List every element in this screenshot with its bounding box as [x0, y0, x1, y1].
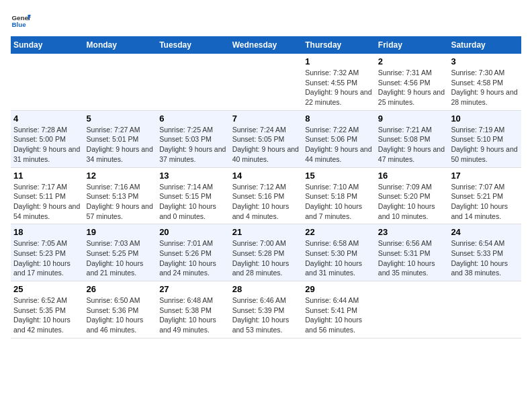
day-info: Sunrise: 7:32 AM Sunset: 4:55 PM Dayligh…: [305, 68, 373, 107]
header-day-wednesday: Wednesday: [230, 36, 303, 54]
day-info: Sunrise: 7:21 AM Sunset: 5:08 PM Dayligh…: [378, 125, 446, 165]
day-info: Sunrise: 6:54 AM Sunset: 5:33 PM Dayligh…: [451, 238, 519, 278]
day-number: 9: [378, 113, 446, 124]
header-row: SundayMondayTuesdayWednesdayThursdayFrid…: [11, 36, 521, 54]
calendar-cell: 16Sunrise: 7:09 AM Sunset: 5:20 PM Dayli…: [375, 167, 449, 224]
calendar-cell: 11Sunrise: 7:17 AM Sunset: 5:11 PM Dayli…: [11, 167, 84, 224]
day-number: 16: [378, 171, 446, 181]
calendar-cell: [157, 54, 230, 110]
calendar-cell: 18Sunrise: 7:05 AM Sunset: 5:23 PM Dayli…: [11, 224, 84, 281]
day-number: 14: [232, 171, 300, 181]
calendar-cell: 20Sunrise: 7:01 AM Sunset: 5:26 PM Dayli…: [157, 224, 230, 281]
day-info: Sunrise: 6:52 AM Sunset: 5:35 PM Dayligh…: [13, 295, 81, 335]
calendar-week-4: 18Sunrise: 7:05 AM Sunset: 5:23 PM Dayli…: [11, 224, 521, 281]
calendar-week-1: 1Sunrise: 7:32 AM Sunset: 4:55 PM Daylig…: [11, 54, 521, 110]
calendar-cell: 6Sunrise: 7:25 AM Sunset: 5:03 PM Daylig…: [157, 110, 230, 167]
day-number: 5: [87, 113, 154, 124]
calendar-cell: 10Sunrise: 7:19 AM Sunset: 5:10 PM Dayli…: [448, 110, 521, 167]
day-number: 23: [378, 227, 446, 237]
calendar-cell: 7Sunrise: 7:24 AM Sunset: 5:05 PM Daylig…: [230, 110, 303, 167]
calendar-cell: 28Sunrise: 6:46 AM Sunset: 5:39 PM Dayli…: [230, 281, 303, 338]
day-info: Sunrise: 6:58 AM Sunset: 5:30 PM Dayligh…: [305, 238, 373, 278]
day-number: 13: [159, 171, 227, 181]
day-info: Sunrise: 7:01 AM Sunset: 5:26 PM Dayligh…: [159, 238, 227, 278]
day-info: Sunrise: 7:22 AM Sunset: 5:06 PM Dayligh…: [305, 125, 373, 165]
calendar-cell: 26Sunrise: 6:50 AM Sunset: 5:36 PM Dayli…: [84, 281, 157, 338]
day-info: Sunrise: 7:25 AM Sunset: 5:03 PM Dayligh…: [159, 125, 227, 165]
day-number: 11: [13, 171, 81, 181]
page-header: General Blue: [11, 11, 521, 31]
day-number: 28: [232, 284, 300, 294]
day-number: 7: [232, 113, 300, 124]
header-day-friday: Friday: [375, 36, 449, 54]
day-number: 25: [13, 284, 81, 294]
day-info: Sunrise: 7:31 AM Sunset: 4:56 PM Dayligh…: [378, 68, 446, 107]
day-number: 19: [87, 227, 154, 237]
day-info: Sunrise: 6:56 AM Sunset: 5:31 PM Dayligh…: [378, 238, 446, 278]
day-info: Sunrise: 7:00 AM Sunset: 5:28 PM Dayligh…: [232, 238, 300, 278]
day-info: Sunrise: 7:19 AM Sunset: 5:10 PM Dayligh…: [451, 125, 519, 165]
day-number: 24: [451, 227, 519, 237]
day-number: 4: [13, 113, 81, 124]
day-number: 20: [159, 227, 227, 237]
day-number: 21: [232, 227, 300, 237]
calendar-cell: [448, 281, 521, 338]
day-info: Sunrise: 7:09 AM Sunset: 5:20 PM Dayligh…: [378, 182, 446, 222]
calendar-cell: 19Sunrise: 7:03 AM Sunset: 5:25 PM Dayli…: [84, 224, 157, 281]
header-day-tuesday: Tuesday: [157, 36, 230, 54]
calendar-cell: 8Sunrise: 7:22 AM Sunset: 5:06 PM Daylig…: [302, 110, 375, 167]
calendar-week-5: 25Sunrise: 6:52 AM Sunset: 5:35 PM Dayli…: [11, 281, 521, 338]
day-info: Sunrise: 7:14 AM Sunset: 5:15 PM Dayligh…: [159, 182, 227, 222]
day-info: Sunrise: 7:03 AM Sunset: 5:25 PM Dayligh…: [87, 238, 154, 278]
day-info: Sunrise: 7:28 AM Sunset: 5:00 PM Dayligh…: [13, 125, 81, 165]
calendar-cell: 23Sunrise: 6:56 AM Sunset: 5:31 PM Dayli…: [375, 224, 449, 281]
calendar-cell: 14Sunrise: 7:12 AM Sunset: 5:16 PM Dayli…: [230, 167, 303, 224]
day-number: 26: [87, 284, 154, 294]
day-info: Sunrise: 7:10 AM Sunset: 5:18 PM Dayligh…: [305, 182, 373, 222]
header-day-thursday: Thursday: [302, 36, 375, 54]
day-number: 2: [378, 56, 446, 66]
day-number: 22: [305, 227, 373, 237]
calendar-week-3: 11Sunrise: 7:17 AM Sunset: 5:11 PM Dayli…: [11, 167, 521, 224]
day-number: 27: [159, 284, 227, 294]
header-day-sunday: Sunday: [11, 36, 84, 54]
day-info: Sunrise: 6:44 AM Sunset: 5:41 PM Dayligh…: [305, 295, 373, 335]
calendar-cell: 15Sunrise: 7:10 AM Sunset: 5:18 PM Dayli…: [302, 167, 375, 224]
calendar-cell: 4Sunrise: 7:28 AM Sunset: 5:00 PM Daylig…: [11, 110, 84, 167]
calendar-cell: 22Sunrise: 6:58 AM Sunset: 5:30 PM Dayli…: [302, 224, 375, 281]
calendar-cell: [84, 54, 157, 110]
svg-text:Blue: Blue: [12, 21, 27, 28]
day-number: 8: [305, 113, 373, 124]
day-info: Sunrise: 6:46 AM Sunset: 5:39 PM Dayligh…: [232, 295, 300, 335]
day-number: 1: [305, 56, 373, 66]
calendar-cell: 29Sunrise: 6:44 AM Sunset: 5:41 PM Dayli…: [302, 281, 375, 338]
calendar-cell: [230, 54, 303, 110]
calendar-cell: 5Sunrise: 7:27 AM Sunset: 5:01 PM Daylig…: [84, 110, 157, 167]
day-number: 15: [305, 171, 373, 181]
calendar-table: SundayMondayTuesdayWednesdayThursdayFrid…: [11, 36, 521, 338]
logo-icon: General Blue: [11, 11, 31, 31]
calendar-week-2: 4Sunrise: 7:28 AM Sunset: 5:00 PM Daylig…: [11, 110, 521, 167]
day-info: Sunrise: 7:05 AM Sunset: 5:23 PM Dayligh…: [13, 238, 81, 278]
header-day-monday: Monday: [84, 36, 157, 54]
day-info: Sunrise: 7:12 AM Sunset: 5:16 PM Dayligh…: [232, 182, 300, 222]
day-info: Sunrise: 7:24 AM Sunset: 5:05 PM Dayligh…: [232, 125, 300, 165]
calendar-cell: [11, 54, 84, 110]
calendar-cell: 1Sunrise: 7:32 AM Sunset: 4:55 PM Daylig…: [302, 54, 375, 110]
logo: General Blue: [11, 11, 31, 31]
day-info: Sunrise: 7:16 AM Sunset: 5:13 PM Dayligh…: [87, 182, 154, 222]
calendar-cell: 17Sunrise: 7:07 AM Sunset: 5:21 PM Dayli…: [448, 167, 521, 224]
calendar-cell: 3Sunrise: 7:30 AM Sunset: 4:58 PM Daylig…: [448, 54, 521, 110]
calendar-cell: 21Sunrise: 7:00 AM Sunset: 5:28 PM Dayli…: [230, 224, 303, 281]
calendar-header: SundayMondayTuesdayWednesdayThursdayFrid…: [11, 36, 521, 54]
day-number: 18: [13, 227, 81, 237]
calendar-cell: 13Sunrise: 7:14 AM Sunset: 5:15 PM Dayli…: [157, 167, 230, 224]
calendar-body: 1Sunrise: 7:32 AM Sunset: 4:55 PM Daylig…: [11, 54, 521, 338]
day-info: Sunrise: 6:50 AM Sunset: 5:36 PM Dayligh…: [87, 295, 154, 335]
day-info: Sunrise: 7:17 AM Sunset: 5:11 PM Dayligh…: [13, 182, 81, 222]
calendar-cell: 27Sunrise: 6:48 AM Sunset: 5:38 PM Dayli…: [157, 281, 230, 338]
header-day-saturday: Saturday: [448, 36, 521, 54]
day-number: 29: [305, 284, 373, 294]
day-info: Sunrise: 7:07 AM Sunset: 5:21 PM Dayligh…: [451, 182, 519, 222]
day-number: 12: [87, 171, 154, 181]
